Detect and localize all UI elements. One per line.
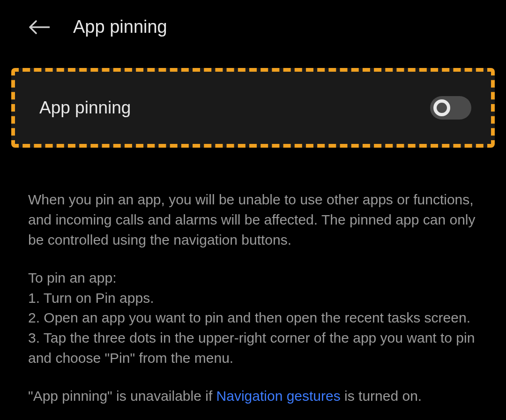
step-1: 1. Turn on Pin apps. xyxy=(28,288,478,308)
back-button[interactable] xyxy=(28,19,51,36)
app-pinning-toggle-row[interactable]: App pinning xyxy=(11,68,495,148)
intro-paragraph: When you pin an app, you will be unable … xyxy=(28,190,478,250)
step-2: 2. Open an app you want to pin and then … xyxy=(28,308,478,328)
navigation-gestures-link[interactable]: Navigation gestures xyxy=(216,388,341,404)
steps-heading: To pin an app: xyxy=(28,268,478,288)
description-block: When you pin an app, you will be unable … xyxy=(0,148,506,406)
availability-suffix: is turned on. xyxy=(341,388,422,404)
toggle-knob xyxy=(433,99,450,116)
step-3: 3. Tap the three dots in the upper-right… xyxy=(28,328,478,368)
app-pinning-toggle[interactable] xyxy=(430,96,471,120)
page-title: App pinning xyxy=(73,17,167,37)
toggle-label: App pinning xyxy=(39,98,131,118)
availability-note: "App pinning" is unavailable if Navigati… xyxy=(28,386,478,406)
availability-prefix: "App pinning" is unavailable if xyxy=(28,388,216,404)
header: App pinning xyxy=(0,0,506,54)
back-arrow-icon xyxy=(29,20,50,34)
